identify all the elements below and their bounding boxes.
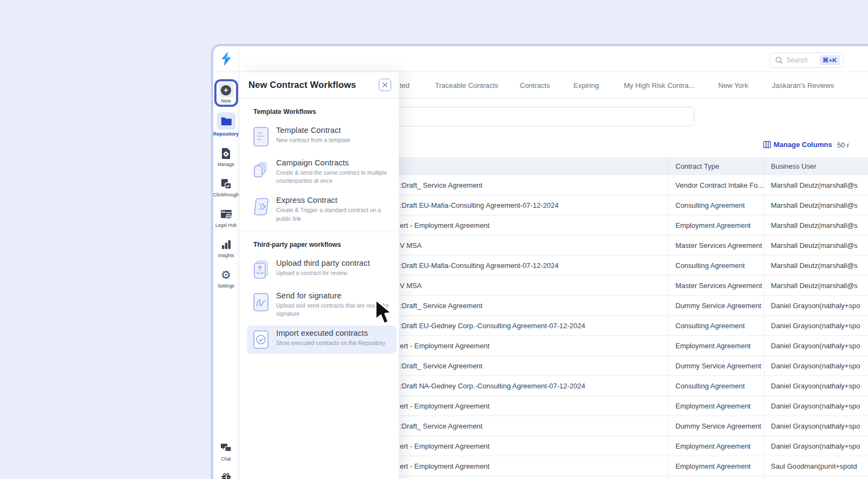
sidebar-item-chat[interactable]: Chat bbox=[213, 442, 239, 462]
menu-item-title: Campaign Contracts bbox=[276, 158, 389, 167]
express-chevrons-icon bbox=[252, 196, 270, 218]
cell-type: Consulting Agreement bbox=[668, 316, 764, 335]
sidebar-item-legal-hub[interactable]: Legal Hub bbox=[213, 208, 239, 228]
sidebar-item-just-in[interactable]: Just In bbox=[213, 472, 239, 479]
menu-item-subtitle: Store executed contracts on the Reposito… bbox=[276, 339, 389, 347]
sidebar-item-manage[interactable]: Manage bbox=[213, 147, 239, 167]
sidebar-item-repository[interactable]: Repository bbox=[213, 112, 239, 137]
menu-item-title: Import executed contracts bbox=[276, 329, 389, 337]
topbar: ⌘+K bbox=[239, 46, 868, 72]
cell-user: Marshall Deutz(marshall@s bbox=[764, 195, 868, 215]
legal-hub-icon bbox=[220, 209, 232, 220]
new-button[interactable]: + New bbox=[214, 79, 238, 107]
cell-user: Saul Goodman(punit+spotd bbox=[764, 456, 868, 476]
sidebar-item-label: Manage bbox=[218, 162, 234, 167]
bar-chart-icon bbox=[221, 239, 232, 250]
menu-item-title: Upload third party contract bbox=[276, 259, 389, 267]
divider bbox=[239, 232, 399, 232]
menu-item-campaign-contracts[interactable]: Campaign Contracts Create & send the sam… bbox=[239, 155, 399, 188]
sidebar-footer: Chat Just In bbox=[213, 442, 239, 479]
menu-item-subtitle: Create & send the same contract to multi… bbox=[276, 169, 389, 185]
signature-icon bbox=[252, 291, 270, 313]
plus-box: + bbox=[219, 83, 233, 97]
new-button-label: New bbox=[221, 98, 231, 104]
search-shortcut-badge: ⌘+K bbox=[820, 55, 840, 65]
modal-body: Template Workflows Template Contract New… bbox=[239, 98, 399, 354]
chat-icon bbox=[220, 443, 232, 454]
tab-jaskarans-reviews[interactable]: Jaskaran's Reviews bbox=[772, 72, 834, 98]
sidebar-item-label: Repository bbox=[213, 131, 239, 137]
cell-user: Daniel Grayson(nathaly+spo bbox=[764, 416, 868, 436]
cell-user: Daniel Grayson(nathaly+spo bbox=[764, 336, 868, 355]
columns-icon bbox=[763, 141, 771, 148]
tab-traceable-contracts[interactable]: Traceable Contracts bbox=[435, 72, 499, 98]
global-search[interactable]: ⌘+K bbox=[770, 53, 844, 68]
gift-icon bbox=[221, 473, 232, 479]
spotdraft-logo-icon[interactable] bbox=[220, 52, 232, 67]
new-contract-workflows-modal: New Contract Workflows Template Workflow… bbox=[239, 72, 399, 479]
cell-type: Master Services Agreement bbox=[668, 235, 764, 255]
plus-icon: + bbox=[221, 85, 231, 95]
tab-my-high-risk[interactable]: My High Risk Contra... bbox=[624, 72, 694, 98]
cell-type: Employment Agreement bbox=[668, 436, 764, 456]
manage-columns-label: Manage Columns bbox=[774, 140, 832, 149]
cell-user: Marshall Deutz(marshall@s bbox=[764, 276, 868, 295]
cell-type: Employment Agreement bbox=[668, 396, 764, 416]
sidebar-item-label: Legal Hub bbox=[215, 222, 237, 228]
sidebar-item-label: Chat bbox=[221, 456, 231, 462]
cell-user: Marshall Deutz(marshall@s bbox=[764, 235, 868, 255]
close-icon bbox=[382, 82, 388, 88]
col-header-contract-type[interactable]: Contract Type bbox=[668, 157, 764, 175]
clickthrough-icon bbox=[220, 178, 232, 190]
col-header-business-user[interactable]: Business User bbox=[764, 157, 868, 175]
sidebar-item-clickthrough[interactable]: Clickthrough bbox=[213, 177, 239, 197]
menu-item-import-executed-contracts[interactable]: Import executed contracts Store executed… bbox=[247, 325, 397, 354]
campaign-stack-icon bbox=[252, 158, 270, 180]
cell-type: Vendor Contract Intake Fo... bbox=[668, 175, 764, 195]
sidebar-item-label: Clickthrough bbox=[213, 192, 239, 197]
manage-columns-button[interactable]: Manage Columns bbox=[763, 140, 832, 149]
sidebar-item-insights[interactable]: Insights bbox=[213, 238, 239, 258]
cell-type: Master Services Agreement bbox=[668, 276, 764, 295]
close-button[interactable] bbox=[379, 79, 391, 91]
menu-item-subtitle: New contract from a template bbox=[276, 136, 389, 144]
sidebar-item-label: Insights bbox=[218, 253, 234, 258]
menu-item-subtitle: Upload and send contracts that are ready… bbox=[276, 302, 389, 318]
menu-item-title: Express Contract bbox=[276, 196, 389, 205]
cell-user: Daniel Grayson(nathaly+spo bbox=[764, 356, 868, 375]
sidebar-item-label: Settings bbox=[218, 283, 234, 289]
cell-type: Dummy Service Agreement bbox=[668, 416, 764, 436]
document-gear-icon bbox=[221, 148, 231, 159]
tab-contracts[interactable]: Contracts bbox=[520, 72, 550, 98]
gear-icon: ⚙ bbox=[221, 269, 231, 281]
search-input[interactable] bbox=[786, 56, 820, 64]
app-window: ⌘+K ted Traceable Contracts Contracts Ex… bbox=[211, 44, 868, 479]
cell-type: Dummy Service Agreement bbox=[668, 296, 764, 315]
cell-user: Marshall Deutz(marshall@s bbox=[764, 256, 868, 275]
sidebar: + New Repository Manage bbox=[213, 46, 239, 479]
cell-user: Daniel Grayson(nathaly+spo bbox=[764, 376, 868, 395]
cell-type: Consulting Agreement bbox=[668, 376, 764, 395]
modal-header: New Contract Workflows bbox=[239, 72, 399, 98]
section-heading-third-party: Third-party paper workflows bbox=[253, 241, 399, 248]
menu-item-subtitle: Upload a contract for review bbox=[276, 269, 389, 277]
check-circle-icon bbox=[252, 329, 270, 350]
tab-partial[interactable]: ted bbox=[400, 72, 410, 98]
menu-item-template-contract[interactable]: Template Contract New contract from a te… bbox=[239, 123, 399, 151]
cell-type: Dummy Service Agreement bbox=[668, 356, 764, 375]
menu-item-send-for-signature[interactable]: Send for signature Upload and send contr… bbox=[239, 288, 399, 321]
tab-new-york[interactable]: New York bbox=[718, 72, 748, 98]
cell-type: Employment Agreement bbox=[668, 456, 764, 476]
modal-title: New Contract Workflows bbox=[248, 80, 379, 90]
menu-item-express-contract[interactable]: Express Contract Create & Trigger a stan… bbox=[239, 193, 399, 226]
folder-icon bbox=[221, 117, 232, 126]
menu-item-upload-third-party[interactable]: Upload third party contract Upload a con… bbox=[239, 256, 399, 284]
sidebar-item-settings[interactable]: ⚙ Settings bbox=[213, 269, 239, 289]
template-doc-icon bbox=[252, 126, 270, 148]
rows-per-page-label[interactable]: 50 r bbox=[837, 141, 849, 149]
cell-user: Daniel Grayson(nathaly+spo bbox=[764, 316, 868, 335]
menu-item-title: Template Contract bbox=[276, 126, 389, 135]
logo-cell bbox=[213, 46, 239, 72]
tab-expiring[interactable]: Expiring bbox=[573, 72, 599, 98]
cell-user: Daniel Grayson(nathaly+spo bbox=[764, 396, 868, 416]
